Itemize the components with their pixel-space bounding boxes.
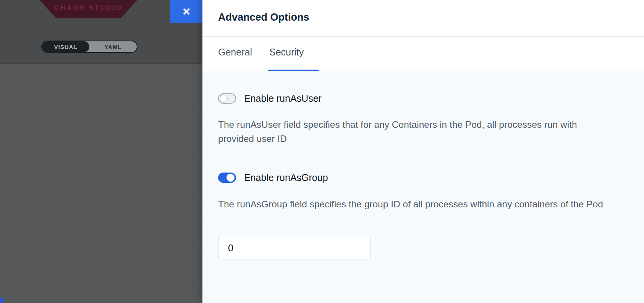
canvas-corner-button [0, 298, 4, 303]
dimmed-workspace: CHAOS STUDIO VISUAL YAML [0, 0, 202, 303]
yaml-toggle-option[interactable]: YAML [89, 41, 137, 52]
run-as-group-toggle[interactable] [218, 173, 236, 183]
tab-security[interactable]: Security [269, 47, 304, 58]
run-as-group-description: The runAsGroup field specifies the group… [218, 197, 613, 211]
run-as-group-row: Enable runAsGroup [218, 172, 328, 183]
run-as-user-toggle[interactable] [218, 93, 236, 104]
advanced-options-drawer: Advanced Options General Security Enable… [202, 0, 644, 303]
drawer-tabs: General Security [202, 37, 644, 71]
run-as-user-label: Enable runAsUser [244, 93, 322, 104]
tab-general[interactable]: General [218, 47, 252, 58]
visual-toggle-option[interactable]: VISUAL [42, 41, 89, 52]
run-as-group-label: Enable runAsGroup [244, 172, 328, 183]
run-as-group-value-input[interactable] [218, 237, 371, 259]
drawer-title: Advanced Options [218, 11, 309, 23]
visual-yaml-toggle[interactable]: VISUAL YAML [41, 41, 138, 53]
security-tab-content: Enable runAsUser The runAsUser field spe… [202, 71, 644, 303]
toggle-knob [227, 174, 235, 182]
run-as-user-description: The runAsUser field specifies that for a… [218, 117, 613, 146]
close-drawer-button[interactable]: ✕ [170, 0, 202, 23]
screen: CHAOS STUDIO VISUAL YAML ✕ Advanced Opti… [0, 0, 644, 303]
run-as-user-row: Enable runAsUser [218, 93, 322, 104]
close-icon: ✕ [182, 6, 191, 18]
toggle-knob [220, 94, 228, 103]
workflow-canvas [0, 64, 202, 303]
chaos-studio-brand: CHAOS STUDIO [0, 4, 177, 12]
